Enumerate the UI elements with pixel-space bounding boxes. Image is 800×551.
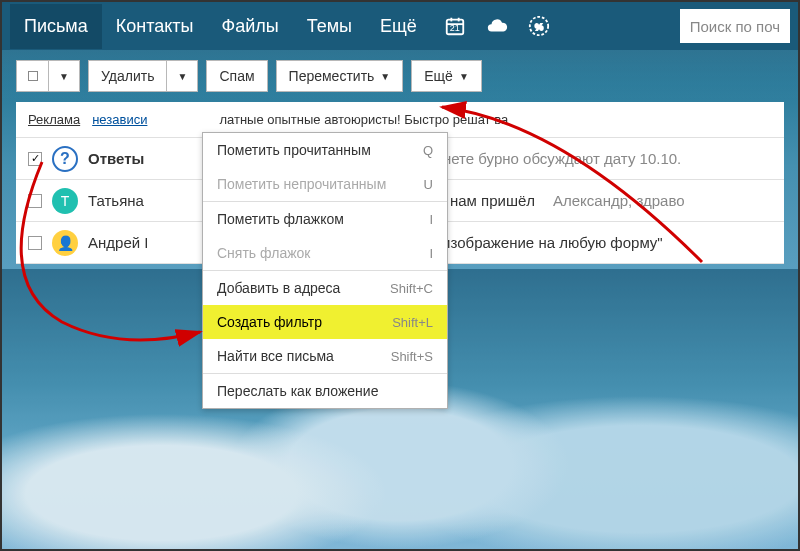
avatar: 👤 [52, 230, 78, 256]
dropdown-item[interactable]: Пометить флажкомI [203, 202, 447, 236]
dropdown-label: Пометить прочитанным [217, 142, 371, 158]
dropdown-item[interactable]: Найти все письмаShift+S [203, 339, 447, 373]
dropdown-label: Добавить в адреса [217, 280, 340, 296]
sender: Татьяна [88, 192, 168, 209]
calendar-day: 21 [450, 23, 460, 33]
delete-button[interactable]: Удалить [88, 60, 166, 92]
search-placeholder: Поиск по поч [690, 18, 780, 35]
dropdown-shortcut: Shift+S [391, 349, 433, 364]
select-dropdown-button[interactable]: ▼ [48, 60, 80, 92]
move-label: Переместить [289, 68, 375, 84]
row-checkbox[interactable] [28, 236, 42, 250]
dropdown-shortcut: U [424, 177, 433, 192]
ad-label[interactable]: Реклама [28, 112, 80, 127]
ad-link[interactable]: независи [92, 112, 147, 127]
dropdown-label: Создать фильтр [217, 314, 322, 330]
cloud-icon[interactable] [479, 8, 515, 44]
dropdown-shortcut: Q [423, 143, 433, 158]
row-checkbox[interactable] [28, 194, 42, 208]
dropdown-item[interactable]: Пометить прочитаннымQ [203, 133, 447, 167]
select-group: ▼ [16, 60, 80, 92]
nav-mail[interactable]: Письма [10, 4, 102, 49]
spam-button[interactable]: Спам [206, 60, 267, 92]
select-checkbox-button[interactable] [16, 60, 48, 92]
dropdown-item: Пометить непрочитаннымU [203, 167, 447, 201]
dropdown-shortcut: Shift+L [392, 315, 433, 330]
move-button[interactable]: Переместить▼ [276, 60, 404, 92]
percent-icon[interactable]: % [521, 8, 557, 44]
search-input[interactable]: Поиск по поч [680, 9, 790, 43]
svg-text:%: % [535, 22, 543, 32]
more-button[interactable]: Ещё▼ [411, 60, 482, 92]
mail-toolbar: ▼ Удалить ▼ Спам Переместить▼ Ещё▼ [2, 50, 798, 102]
dropdown-item: Снять флажокI [203, 236, 447, 270]
app-frame: Письма Контакты Файлы Темы Ещё 21 % Поис… [0, 0, 800, 551]
more-label: Ещё [424, 68, 453, 84]
delete-dropdown-button[interactable]: ▼ [166, 60, 198, 92]
nav-files[interactable]: Файлы [208, 4, 293, 49]
sender: Ответы [88, 150, 168, 167]
dropdown-item[interactable]: Переслать как вложение [203, 374, 447, 408]
app-inner: Письма Контакты Файлы Темы Ещё 21 % Поис… [2, 2, 798, 549]
dropdown-item[interactable]: Создать фильтрShift+L [203, 305, 447, 339]
nav-themes[interactable]: Темы [293, 4, 366, 49]
dropdown-label: Снять флажок [217, 245, 310, 261]
sender: Андрей I [88, 234, 168, 251]
dropdown-shortcut: Shift+C [390, 281, 433, 296]
avatar: Т [52, 188, 78, 214]
dropdown-label: Переслать как вложение [217, 383, 378, 399]
avatar: ? [52, 146, 78, 172]
more-dropdown: Пометить прочитаннымQПометить непрочитан… [202, 132, 448, 409]
delete-group: Удалить ▼ [88, 60, 198, 92]
nav-contacts[interactable]: Контакты [102, 4, 208, 49]
preview: Александр, здраво [553, 192, 685, 209]
dropdown-label: Найти все письма [217, 348, 334, 364]
dropdown-label: Пометить флажком [217, 211, 344, 227]
ad-text: латные опытные автоюристы! Быстро решат … [219, 112, 508, 127]
dropdown-item[interactable]: Добавить в адресаShift+C [203, 271, 447, 305]
row-checkbox[interactable]: ✓ [28, 152, 42, 166]
calendar-icon[interactable]: 21 [437, 8, 473, 44]
dropdown-label: Пометить непрочитанным [217, 176, 386, 192]
dropdown-shortcut: I [429, 212, 433, 227]
nav-more[interactable]: Ещё [366, 4, 431, 49]
dropdown-shortcut: I [429, 246, 433, 261]
top-nav: Письма Контакты Файлы Темы Ещё 21 % Поис… [2, 2, 798, 50]
